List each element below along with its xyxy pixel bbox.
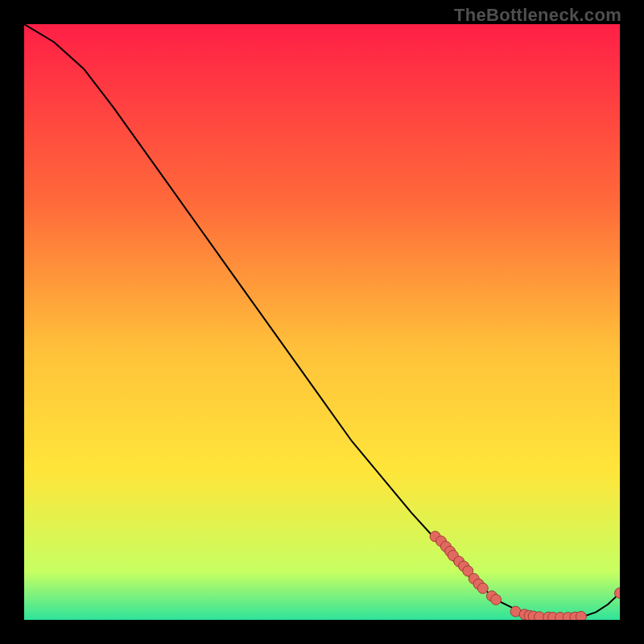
chart-stage: TheBottleneck.com bbox=[0, 0, 644, 644]
watermark-label: TheBottleneck.com bbox=[454, 5, 621, 26]
gradient-background bbox=[24, 24, 620, 620]
bottleneck-chart bbox=[24, 24, 620, 620]
data-dot bbox=[576, 611, 586, 620]
data-dot bbox=[477, 583, 488, 593]
data-dot bbox=[491, 594, 502, 605]
